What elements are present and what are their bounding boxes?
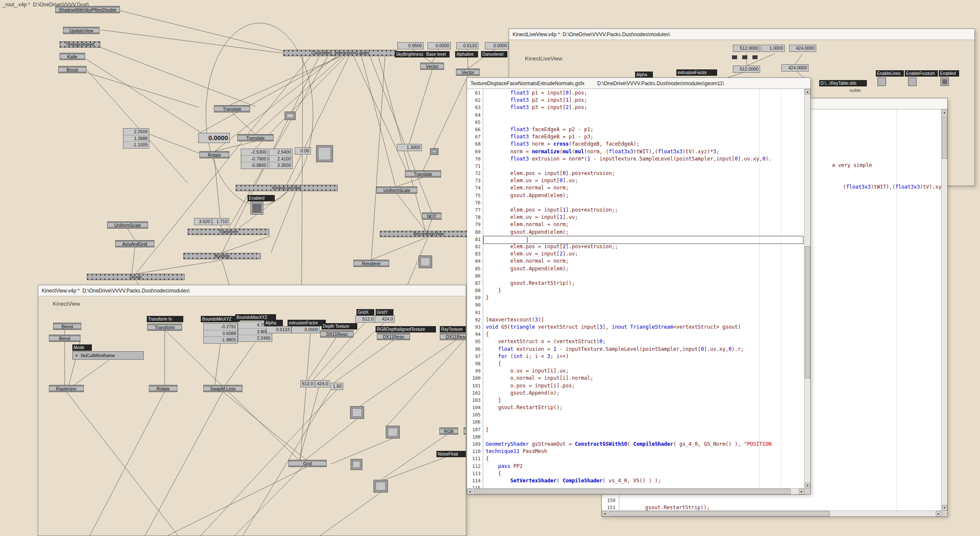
axisandgrid-node[interactable]: AxisAndGrid (115, 240, 154, 247)
iobox-iobox[interactable]: 0.0000 (427, 42, 451, 49)
kinectview-canvas[interactable]: KinectViewBlendBlendMode▼NoCullWireframe… (38, 285, 466, 536)
scroll-right-arrow[interactable]: ► (936, 511, 941, 516)
alpha-node[interactable]: Alpha (264, 320, 283, 326)
enabled-node[interactable]: Enabled (939, 70, 959, 77)
iobox-iobox[interactable]: 1.710 (212, 218, 229, 225)
vector-node[interactable]: Vector (456, 69, 480, 76)
kinectview-titlebar[interactable]: KinectView.v4p * D:\OneDrive\VVVV.Packs.… (38, 285, 466, 296)
dancelevel-node[interactable]: Dancelevel (481, 51, 507, 57)
vertical-scrollbar[interactable]: ▲ ▼ (804, 89, 810, 488)
translate-node[interactable]: Translate (405, 170, 441, 178)
iobox-iobox[interactable]: 512.0000 (733, 45, 760, 52)
alpha-node[interactable]: Alpha (635, 72, 653, 78)
nocullwireframe-node[interactable]: ▼NoCullWireframe (72, 351, 144, 360)
scroll-left-arrow[interactable]: ◄ (602, 511, 607, 516)
square-node[interactable] (373, 480, 388, 493)
timingsshared-node[interactable]: TimingsShared (60, 41, 100, 48)
translate-node[interactable]: Translate (237, 134, 273, 141)
boundsminxyz-node[interactable]: BoundsMinXYZ (201, 316, 240, 322)
updateview-node[interactable]: UpdateView (63, 27, 100, 34)
not-node[interactable]: NOT (422, 212, 442, 220)
rotate-node[interactable]: Rotate (149, 385, 177, 392)
square-node[interactable] (350, 459, 362, 470)
scrollbar-thumb[interactable] (942, 116, 947, 159)
square-node[interactable] (430, 148, 439, 155)
kinectliveview-titlebar[interactable]: KinectLiveView.v4p * D:\OneDrive\VVVV.Pa… (509, 29, 974, 40)
iobox-iobox[interactable]: 424.0 (375, 315, 395, 323)
extrusionfactor-node[interactable]: extrusionFactor (288, 320, 326, 326)
enablefrustum-node[interactable]: EnableFrustum (905, 70, 938, 77)
recordingsview-node[interactable]: RecordingsView (380, 231, 478, 237)
iobox-iobox[interactable]: 0.00 (295, 147, 311, 155)
building-node[interactable]: Building (183, 253, 261, 259)
iobox-iobox[interactable]: 1.3000 (397, 144, 422, 151)
horizontal-scrollbar[interactable]: ◄ ► (467, 488, 804, 494)
iobox-iobox[interactable]: 0.0000 (198, 133, 230, 143)
blend-node[interactable]: Blend (53, 323, 81, 330)
code-area[interactable]: 61 float3 p1 = input[0].pos;62 float3 p2… (467, 89, 804, 488)
blend-node[interactable]: Blend (49, 335, 80, 342)
renderer-node[interactable]: Renderer (353, 260, 389, 267)
scroll-down-arrow[interactable]: ▼ (805, 483, 810, 488)
iobox-iobox[interactable]: 2.54002.41003.3500 (269, 149, 293, 169)
rgbdepthalignedtexture-node[interactable]: RGBDepthalignedTexture (376, 326, 436, 332)
toggle-node[interactable] (877, 77, 886, 86)
kinectliveview-node[interactable]: KinectLiveView (236, 185, 338, 191)
scroll-up-arrow[interactable]: ▲ (942, 109, 947, 115)
alphalive-node[interactable]: Alphalive (455, 51, 478, 57)
iobox-iobox[interactable]: 2.25091.3988-1.1005 (123, 128, 149, 149)
square-node[interactable] (419, 255, 432, 268)
iobox-iobox[interactable]: 0.6133 (266, 326, 291, 333)
transform-node[interactable]: Transform (147, 324, 182, 331)
iobox-iobox[interactable]: 424.0000 (789, 45, 816, 52)
group-node[interactable]: Group (87, 274, 185, 280)
iobox-iobox[interactable]: 0.6133 (456, 42, 479, 49)
iobox-iobox[interactable]: 424.0 (315, 380, 330, 387)
uniformscale-node[interactable]: UniformScale (107, 221, 148, 229)
toggle-node[interactable] (908, 77, 917, 86)
rgb-node[interactable]: RGB (439, 427, 458, 435)
raytexture-node[interactable]: RayTexture (440, 326, 466, 332)
enabled-node[interactable]: Enabled (248, 195, 275, 201)
pin-node[interactable] (732, 55, 737, 59)
mode-node[interactable]: Mode (72, 344, 92, 351)
vector-node[interactable]: Vector (420, 63, 444, 70)
iobox-iobox[interactable]: 3.520 (194, 218, 212, 225)
iobox-iobox[interactable]: 512.0 (355, 315, 375, 323)
rasterizer-node[interactable]: Rasterizer (49, 385, 84, 392)
swapm-less-node[interactable]: SwapM.Less (203, 385, 242, 392)
iobox-iobox[interactable]: 1.50 (330, 383, 343, 390)
iobox-iobox[interactable]: -2.5300-0.7900-0.8800 (241, 149, 268, 169)
translate-node[interactable]: Translate (214, 105, 250, 112)
r-node[interactable]: R (464, 427, 466, 435)
scroll-up-arrow[interactable]: ▲ (805, 89, 810, 95)
uniformscale-node[interactable]: UniformScale (376, 186, 417, 194)
enablelines-node[interactable]: EnableLines (876, 70, 904, 77)
scroll-down-arrow[interactable]: ▼ (942, 505, 947, 510)
square-node[interactable] (285, 112, 296, 120)
toggle-node[interactable] (251, 202, 263, 215)
gridy-node[interactable]: GridY (376, 309, 393, 315)
square-node[interactable] (316, 145, 333, 162)
grid-node[interactable]: Grid (288, 460, 327, 467)
base-level-node[interactable]: Base level (425, 51, 450, 57)
controllers-interaction-labels-node[interactable]: Controllers_Interaction=Labels (283, 50, 397, 56)
skybrightness-node[interactable]: SkyBrightness (395, 51, 427, 57)
dx11reso-node[interactable]: DX11Reso (377, 333, 410, 340)
code-bottom-lines[interactable]: 150151 gsout.RestartStrip(); (602, 497, 941, 511)
d-raytable-dds-node[interactable]: D:\...\RayTable.dds (819, 80, 867, 86)
iobox-iobox[interactable]: 512.0000 (733, 66, 760, 73)
boost-node[interactable]: Boost (58, 66, 86, 73)
pin-node[interactable] (752, 55, 758, 59)
iobox-iobox[interactable]: 0.0000 (485, 42, 509, 49)
editor-titlebar[interactable]: TextureDisplaceFaceNormalsExtrudeNormals… (467, 78, 810, 89)
iobox-iobox[interactable]: 1.0000 (761, 45, 785, 52)
kalle-node[interactable]: Kalle (60, 53, 85, 60)
square-node[interactable] (386, 426, 400, 439)
iobox-iobox[interactable]: 512.0 (300, 380, 315, 387)
toggle-node[interactable] (940, 77, 949, 86)
dx11reso-node[interactable]: DX11Reso (440, 333, 466, 340)
gridx-node[interactable]: GridX (356, 309, 374, 315)
iobox-iobox[interactable]: 0.0000 (291, 326, 320, 333)
dx11reso-node[interactable]: DX11Reso (320, 330, 353, 338)
